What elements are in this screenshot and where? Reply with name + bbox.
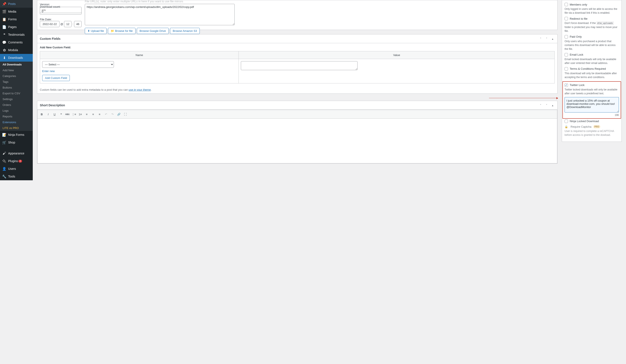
cart-icon: 🛒 [2, 140, 6, 145]
move-up-icon[interactable]: ˄ [539, 103, 543, 107]
sidebar-item-testimonials[interactable]: ❝Testimonials [0, 31, 33, 38]
sidebar-item-shop[interactable]: 🛒Shop [0, 139, 33, 146]
menu-label: Comments [8, 41, 23, 44]
media-icon: 🎬 [2, 9, 6, 14]
members-only-checkbox[interactable] [565, 3, 568, 6]
terms-checkbox[interactable] [565, 67, 568, 70]
toggle-icon[interactable]: ▴ [550, 36, 555, 41]
terms-option: Terms & Conditions Required This downloa… [565, 67, 619, 79]
move-down-icon[interactable]: ˅ [545, 103, 549, 107]
sidebar-item-forms[interactable]: 📋Forms [0, 15, 33, 23]
sidebar-item-pages[interactable]: 📄Pages [0, 23, 33, 31]
center-column: Version: File URL(s), note: only enter m… [37, 0, 557, 180]
code-folder: dlm_uploads [596, 21, 614, 25]
short-description-metabox: Short Description ˄ ˅ ▴ B I U ❝ ABC ⋮≡ 1… [37, 101, 557, 164]
pin-icon: 📌 [2, 2, 6, 6]
submenu-settings[interactable]: Settings [0, 96, 33, 102]
custom-field-name-select[interactable]: — Select — [42, 61, 114, 68]
theme-link[interactable]: use in your theme [129, 88, 151, 91]
undo-button[interactable]: ↶ [103, 111, 109, 117]
clipboard-icon: 📋 [2, 17, 6, 21]
sidebar-item-comments[interactable]: 💬Comments [0, 38, 33, 46]
wrench-icon: 🔧 [2, 174, 6, 179]
ol-button[interactable]: 1≡ [77, 111, 83, 117]
file-date-input[interactable] [40, 21, 60, 27]
align-right-button[interactable]: ≡ [97, 111, 103, 117]
email-lock-label: Email Lock [570, 53, 583, 56]
custom-fields-title: Custom Fields [40, 37, 60, 40]
time-colon: : [72, 23, 73, 26]
move-up-icon[interactable]: ˄ [539, 36, 543, 41]
browse-drive-button[interactable]: Browse Google Drive [137, 28, 169, 34]
menu-label: Testimonials [8, 33, 25, 36]
move-down-icon[interactable]: ˅ [545, 36, 549, 41]
file-minutes-input[interactable] [74, 21, 81, 27]
align-center-button[interactable]: ≡ [90, 111, 96, 117]
sidebar-item-downloads[interactable]: ⬇Downloads [0, 54, 33, 62]
submenu-reports[interactable]: Reports [0, 114, 33, 119]
submenu-buttons[interactable]: Buttons [0, 85, 33, 91]
paid-only-label: Paid Only [570, 35, 582, 38]
twitter-lock-desc: Twitter locked downloads will only be av… [565, 88, 619, 95]
submenu-all-downloads[interactable]: All Downloads [0, 62, 33, 67]
menu-label: Modula [8, 48, 18, 52]
sidebar-item-posts[interactable]: 📌Posts [0, 0, 33, 8]
sidebar-item-plugins[interactable]: 🔌Plugins2 [0, 157, 33, 165]
pro-badge: PRO [593, 125, 600, 128]
link-button[interactable]: 🔗 [116, 111, 122, 117]
align-left-button[interactable]: ≡ [84, 111, 90, 117]
submenu-tags[interactable]: Tags [0, 79, 33, 85]
terms-desc: This download will only be downloadable … [565, 71, 619, 79]
submenu-lite-vs-pro[interactable]: LITE vs PRO [0, 125, 33, 131]
gear-icon: ✿ [2, 48, 6, 52]
submenu-export-csv[interactable]: Export to CSV [0, 91, 33, 96]
sidebar-item-media[interactable]: 🎬Media [0, 8, 33, 15]
upload-file-button[interactable]: ⬆Upload file [85, 28, 107, 34]
browse-s3-button[interactable]: Browse Amazon S3 [170, 28, 200, 34]
custom-fields-metabox: Custom Fields ˄ ˅ ▴ Add New Custom Field… [37, 34, 557, 94]
members-only-option: Members only Only logged in users will b… [565, 3, 619, 15]
sidebar-item-modula[interactable]: ✿Modula [0, 46, 33, 54]
short-description-editor[interactable] [37, 119, 557, 164]
blockquote-button[interactable]: ❝ [58, 111, 64, 117]
name-column-header: Name [40, 51, 239, 59]
underline-button[interactable]: U [52, 111, 58, 117]
captcha-label: Require Captcha [571, 125, 591, 128]
submenu-orders[interactable]: Orders [0, 102, 33, 108]
twitter-lock-option: ✓ Twitter Lock Twitter locked downloads … [565, 83, 619, 117]
enter-new-link[interactable]: Enter new [42, 69, 55, 73]
tweet-text-input[interactable]: I just unlocked a 15% off coupon at down… [565, 97, 619, 112]
submenu-logs[interactable]: Logs [0, 108, 33, 114]
ninja-lock-option: Ninja Locked Download [565, 120, 619, 123]
menu-label: Tools [8, 175, 15, 178]
fullscreen-button[interactable]: ⛶ [122, 111, 128, 117]
value-column-header: Value [239, 51, 555, 59]
submenu-add-new[interactable]: Add New [0, 67, 33, 73]
toggle-icon[interactable]: ▴ [550, 103, 555, 107]
ul-button[interactable]: ⋮≡ [71, 111, 77, 117]
twitter-lock-checkbox[interactable]: ✓ [565, 83, 568, 87]
redirect-checkbox[interactable] [565, 17, 568, 20]
italic-button[interactable]: I [45, 111, 51, 117]
submenu-categories[interactable]: Categories [0, 73, 33, 79]
download-icon: ⬇ [2, 56, 6, 60]
bold-button[interactable]: B [39, 111, 45, 117]
redo-button[interactable]: ↷ [109, 111, 116, 117]
redirect-desc: Don't force download. If the dlm_uploads… [565, 21, 619, 33]
sidebar-item-appearance[interactable]: 🖌Appearance [0, 149, 33, 157]
email-lock-checkbox[interactable] [565, 53, 568, 57]
file-hours-input[interactable] [64, 21, 72, 27]
paid-only-checkbox[interactable] [565, 35, 568, 38]
menu-label: Forms [8, 18, 17, 21]
custom-field-value-input[interactable] [241, 61, 357, 70]
browse-file-button[interactable]: 📁Browse for file [108, 28, 135, 34]
ninja-lock-checkbox[interactable] [565, 120, 568, 123]
add-custom-field-button[interactable]: Add Custom Field [42, 75, 70, 81]
file-url-input[interactable]: https://andreea.georgeciobanu.com/wp-con… [85, 4, 235, 25]
submenu-extensions[interactable]: Extensions [0, 119, 33, 125]
strikethrough-button[interactable]: ABC [64, 111, 71, 117]
sidebar-item-users[interactable]: 👤Users [0, 165, 33, 173]
sidebar-item-tools[interactable]: 🔧Tools [0, 173, 33, 180]
sidebar-item-ninja-forms[interactable]: 📝Ninja Forms [0, 131, 33, 139]
at-symbol: @ [60, 23, 63, 26]
